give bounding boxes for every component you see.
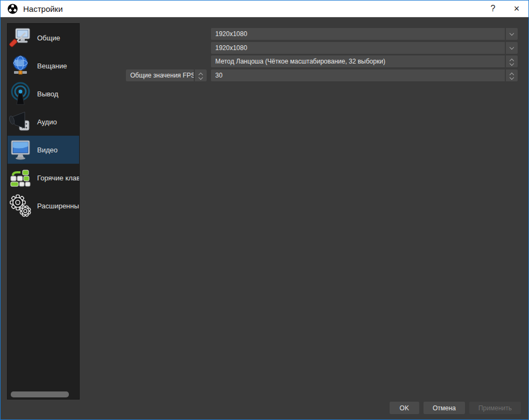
chevron-down-icon[interactable]	[506, 28, 518, 40]
sidebar-item-label: Вывод	[37, 90, 58, 98]
fps-type-combobox[interactable]: Общие значения FPS	[126, 69, 207, 81]
output-resolution-value: 1920x1080	[211, 42, 505, 54]
chevron-updown-icon[interactable]	[506, 55, 518, 67]
scale-filter-combobox[interactable]: Метод Ланцоша (Чёткое масштабирование, 3…	[211, 55, 518, 67]
chevron-updown-icon[interactable]	[195, 69, 207, 81]
audio-icon	[9, 110, 32, 134]
chevron-down-icon[interactable]	[506, 42, 518, 54]
window-title: Настройки	[23, 4, 63, 13]
obs-logo-icon	[7, 3, 18, 15]
sidebar-item-advanced[interactable]: Расширенные	[8, 192, 79, 220]
fps-value: 30	[211, 69, 505, 81]
sidebar-item-audio[interactable]: Аудио	[8, 108, 79, 136]
chevron-updown-icon[interactable]	[506, 69, 518, 81]
sidebar-item-stream[interactable]: Вещание	[8, 52, 79, 80]
base-resolution-value: 1920x1080	[211, 28, 505, 40]
fps-value-combobox[interactable]: 30	[211, 69, 518, 81]
advanced-icon	[9, 194, 32, 218]
sidebar-item-output[interactable]: Вывод	[8, 80, 79, 108]
sidebar-item-label: Общие	[37, 34, 60, 42]
general-icon	[9, 26, 32, 50]
sidebar-item-label: Горячие клавиши	[37, 174, 79, 182]
sidebar-scrollbar-track[interactable]	[9, 391, 78, 398]
settings-category-list: Общие Вещание	[7, 23, 80, 400]
cancel-button[interactable]: Отмена	[424, 402, 465, 414]
video-icon	[9, 138, 32, 162]
output-icon	[9, 82, 32, 106]
sidebar-item-label: Аудио	[37, 118, 57, 126]
dialog-buttons: OK Отмена Применить	[390, 402, 521, 414]
apply-button[interactable]: Применить	[469, 402, 521, 414]
sidebar-scrollbar-thumb[interactable]	[11, 391, 69, 397]
titlebar: Настройки ? ×	[1, 1, 528, 17]
help-button[interactable]: ?	[481, 1, 505, 17]
settings-window: Настройки ? × Общие	[0, 0, 529, 420]
fps-type-value: Общие значения FPS	[126, 69, 194, 81]
base-resolution-combobox[interactable]: 1920x1080	[211, 28, 518, 40]
sidebar-item-video[interactable]: Видео	[8, 136, 79, 164]
output-resolution-combobox[interactable]: 1920x1080	[211, 42, 518, 54]
sidebar-item-general[interactable]: Общие	[8, 24, 79, 52]
scale-filter-value: Метод Ланцоша (Чёткое масштабирование, 3…	[211, 55, 505, 67]
close-button[interactable]: ×	[505, 1, 528, 17]
sidebar-item-label: Вещание	[37, 62, 67, 70]
hotkeys-icon	[9, 166, 32, 190]
content-area: Общие Вещание	[1, 18, 528, 419]
sidebar-item-hotkeys[interactable]: Горячие клавиши	[8, 164, 79, 192]
stream-icon	[9, 54, 32, 78]
ok-button[interactable]: OK	[390, 402, 419, 414]
sidebar-item-label: Видео	[37, 146, 58, 154]
sidebar-item-label: Расширенные	[37, 202, 79, 210]
